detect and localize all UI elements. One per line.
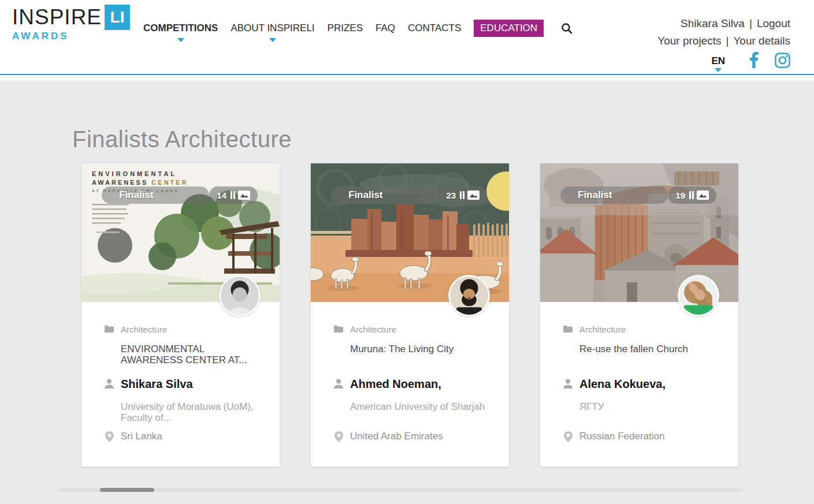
card-body: Architecture Re-use the fallen Church Al… bbox=[540, 302, 738, 443]
chevron-down-icon bbox=[715, 68, 722, 72]
nav-contacts[interactable]: CONTACTS bbox=[408, 20, 461, 36]
divider: | bbox=[726, 35, 728, 47]
country-name: Sri Lanka bbox=[121, 431, 162, 442]
author-name[interactable]: Alena Kokueva, bbox=[579, 378, 666, 391]
photos-icon bbox=[689, 191, 694, 199]
caption-line1: ENVIRONMENTAL bbox=[92, 170, 188, 178]
nav-education[interactable]: EDUCATION bbox=[474, 20, 544, 37]
person-icon bbox=[105, 379, 114, 389]
caption-line2: AWARENESS bbox=[92, 179, 151, 186]
avatar-photo bbox=[221, 277, 259, 315]
country-name: Russian Federation bbox=[579, 431, 664, 442]
photo-count-badge: 23 bbox=[438, 186, 487, 204]
nav-competitions-label: COMPETITIONS bbox=[143, 23, 218, 33]
header-white-strip bbox=[0, 75, 814, 80]
badge-row: Finalist 19 bbox=[560, 186, 716, 204]
badge-row: Finalist 23 bbox=[331, 186, 487, 204]
finalists-carousel: ENVIRONMENTAL AWARENESS CENTER AT HAPUTA… bbox=[81, 163, 738, 466]
author-avatar[interactable] bbox=[219, 275, 261, 316]
chevron-down-icon bbox=[269, 38, 276, 42]
nav-competitions[interactable]: COMPETITIONS bbox=[143, 20, 218, 36]
logo-awards-text: AWARDS bbox=[12, 31, 130, 42]
project-title[interactable]: Re-use the fallen Church bbox=[579, 344, 722, 354]
author-name[interactable]: Shikara Silva bbox=[121, 378, 193, 391]
user-line-2: Your projects|Your details bbox=[657, 35, 790, 47]
photos-icon bbox=[231, 191, 235, 199]
main-content: Finalists Architecture bbox=[0, 80, 814, 504]
instagram-icon[interactable] bbox=[775, 53, 790, 70]
photos-icon bbox=[460, 191, 464, 199]
folder-icon bbox=[334, 325, 343, 333]
caption-line2-accent: CENTER bbox=[151, 179, 188, 186]
finalist-badge: Finalist bbox=[331, 186, 438, 204]
folder-icon bbox=[563, 325, 573, 333]
country-name: United Arab Emirates bbox=[350, 431, 443, 442]
logo[interactable]: INSPIRE LI AWARDS bbox=[12, 5, 130, 42]
your-details-link[interactable]: Your details bbox=[733, 35, 790, 47]
user-area: Shikara Silva|Logout Your projects|Your … bbox=[657, 17, 790, 70]
logo-inspire-text: INSPIRE bbox=[12, 5, 102, 29]
project-card[interactable]: Finalist 19 bbox=[540, 163, 738, 466]
image-icon bbox=[238, 191, 250, 200]
card-body: Architecture Muruna: The Living City Ahm… bbox=[311, 302, 509, 443]
project-title[interactable]: ENVIRONMENTAL AWARENESS CENTER AT... bbox=[121, 344, 263, 365]
logout-link[interactable]: Logout bbox=[757, 17, 790, 29]
logo-li-box: LI bbox=[105, 5, 130, 30]
chevron-down-icon bbox=[177, 38, 184, 42]
location-pin-icon bbox=[105, 431, 114, 442]
image-icon bbox=[467, 191, 480, 200]
your-projects-link[interactable]: Your projects bbox=[657, 35, 721, 47]
school-name: American University of Sharjah bbox=[350, 401, 493, 412]
location-pin-icon bbox=[334, 431, 343, 442]
school-name: ЯГТУ bbox=[579, 401, 722, 412]
badge-row: Finalist 14 bbox=[102, 186, 258, 204]
project-card[interactable]: Finalist 23 bbox=[311, 163, 509, 466]
finalist-badge: Finalist bbox=[102, 186, 209, 204]
language-label: EN bbox=[711, 55, 725, 66]
category-label: Architecture bbox=[121, 324, 167, 334]
user-name-link[interactable]: Shikara Silva bbox=[681, 17, 745, 29]
photo-count: 19 bbox=[675, 191, 685, 200]
page-title: Finalists Architecture bbox=[72, 126, 292, 152]
card-body: Architecture ENVIRONMENTAL AWARENESS CEN… bbox=[81, 302, 280, 443]
author-avatar[interactable] bbox=[678, 275, 719, 316]
user-line-3: EN bbox=[657, 52, 790, 70]
category-label: Architecture bbox=[579, 324, 626, 334]
divider: | bbox=[749, 17, 752, 29]
search-icon[interactable] bbox=[561, 23, 573, 34]
photo-count-badge: 14 bbox=[209, 186, 258, 204]
nav-prizes[interactable]: PRIZES bbox=[328, 20, 363, 36]
nav-about-label: ABOUT INSPIRELI bbox=[231, 23, 314, 33]
language-selector[interactable]: EN bbox=[711, 55, 725, 67]
nav-faq[interactable]: FAQ bbox=[376, 20, 395, 36]
folder-icon bbox=[105, 325, 114, 333]
photo-count-badge: 19 bbox=[668, 186, 716, 204]
project-title[interactable]: Muruna: The Living City bbox=[350, 344, 493, 354]
avatar-photo bbox=[450, 277, 488, 315]
person-icon bbox=[563, 379, 573, 389]
category-label: Architecture bbox=[350, 324, 396, 334]
carousel-scrollbar[interactable] bbox=[58, 488, 743, 492]
scrollbar-thumb[interactable] bbox=[100, 488, 154, 492]
user-line-1: Shikara Silva|Logout bbox=[657, 17, 790, 30]
site-header: INSPIRE LI AWARDS COMPETITIONS ABOUT INS… bbox=[0, 0, 814, 74]
author-avatar[interactable] bbox=[448, 275, 490, 316]
school-name: University of Moratuwa (UoM), Faculty of… bbox=[121, 401, 263, 423]
facebook-icon[interactable] bbox=[749, 52, 759, 70]
photo-count: 14 bbox=[217, 191, 226, 200]
author-name[interactable]: Ahmed Noeman, bbox=[350, 378, 441, 391]
finalist-badge: Finalist bbox=[560, 186, 668, 204]
main-nav: COMPETITIONS ABOUT INSPIRELI PRIZES FAQ … bbox=[143, 20, 573, 37]
photo-count: 23 bbox=[446, 191, 456, 200]
nav-about-inspireli[interactable]: ABOUT INSPIRELI bbox=[231, 20, 314, 36]
person-icon bbox=[334, 379, 343, 389]
location-pin-icon bbox=[563, 431, 573, 442]
project-card[interactable]: ENVIRONMENTAL AWARENESS CENTER AT HAPUTA… bbox=[81, 163, 280, 466]
avatar-photo bbox=[679, 277, 718, 315]
image-icon bbox=[697, 191, 709, 200]
